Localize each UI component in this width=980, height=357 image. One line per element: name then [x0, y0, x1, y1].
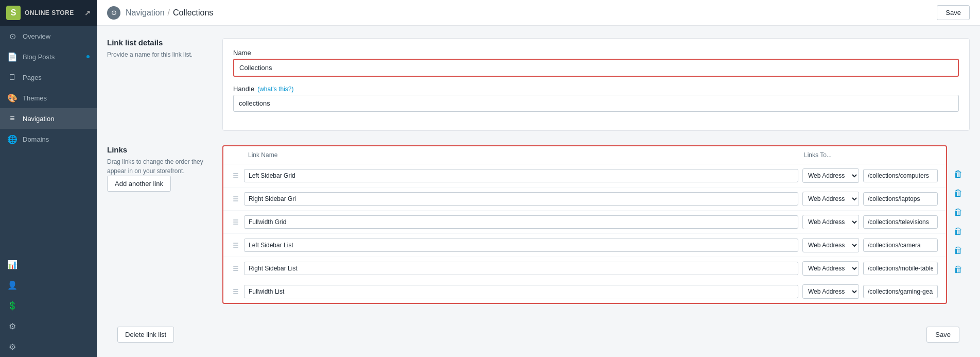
- link-name-input[interactable]: [244, 169, 798, 182]
- shopify-logo: S: [6, 6, 21, 20]
- handle-form-group: Handle (what's this?): [233, 85, 959, 112]
- sidebar-label-themes: Themes: [23, 94, 47, 102]
- sidebar-item-themes[interactable]: 🎨 Themes: [0, 88, 97, 108]
- sidebar-item-blog-posts[interactable]: 📄 Blog Posts: [0, 46, 97, 67]
- add-link-button[interactable]: Add another link: [107, 176, 171, 192]
- navigation-circle-icon: ⊙: [107, 6, 120, 20]
- name-input[interactable]: [233, 59, 959, 77]
- link-name-input[interactable]: [244, 285, 798, 298]
- themes-icon: 🎨: [7, 93, 18, 103]
- link-name-input[interactable]: [244, 262, 798, 275]
- sidebar-item-pages[interactable]: 🗒 Pages: [0, 67, 97, 88]
- marketing-icon: 👤: [7, 280, 18, 290]
- notification-dot: [86, 55, 90, 58]
- drag-handle[interactable]: [232, 243, 240, 248]
- sidebar-item-discounts[interactable]: 💲: [0, 295, 97, 316]
- section-desc: Provide a name for this link list.: [107, 50, 210, 59]
- links-section-title: Links: [107, 145, 210, 154]
- links-card: Link Name Links To... Web Address Col: [222, 145, 947, 304]
- section-title: Link list details: [107, 38, 210, 47]
- name-label: Name: [233, 49, 959, 57]
- settings-icon: ⚙: [7, 342, 18, 352]
- sidebar-label-pages: Pages: [23, 74, 42, 81]
- link-type-select[interactable]: Web Address: [802, 215, 859, 229]
- save-button-bottom[interactable]: Save: [926, 327, 959, 343]
- link-url-input[interactable]: [863, 215, 938, 229]
- handle-whatsthis-link[interactable]: (what's this?): [257, 86, 293, 93]
- drag-handle[interactable]: [232, 266, 240, 271]
- sidebar-item-marketing[interactable]: 👤: [0, 275, 97, 295]
- link-row: Web Address: [223, 188, 946, 211]
- link-url-input[interactable]: [863, 169, 938, 182]
- delete-row-button-3[interactable]: 🗑: [947, 222, 970, 241]
- delete-row-button-0[interactable]: 🗑: [947, 165, 970, 184]
- apps-icon: ⚙: [7, 321, 18, 331]
- link-name-input[interactable]: [244, 215, 798, 229]
- links-description: Links Drag links to change the order the…: [107, 145, 210, 192]
- breadcrumb-current: Collections: [173, 8, 213, 18]
- link-type-select[interactable]: Web Address Collection Product Page: [802, 168, 859, 183]
- sidebar: S ONLINE STORE ↗ ⊙ Overview 📄 Blog Posts…: [0, 0, 97, 357]
- link-list-details-section: Link list details Provide a name for thi…: [107, 38, 970, 131]
- save-button-top[interactable]: Save: [937, 5, 970, 20]
- link-url-input[interactable]: [863, 239, 938, 252]
- delete-row-button-4[interactable]: 🗑: [947, 241, 970, 260]
- link-name-col-header: Link Name: [246, 151, 800, 159]
- sidebar-label-navigation: Navigation: [23, 115, 54, 123]
- section-inner: Link list details Provide a name for thi…: [107, 38, 970, 131]
- handle-label: Handle (what's this?): [233, 85, 959, 93]
- sidebar-item-apps[interactable]: ⚙: [0, 316, 97, 336]
- link-row: Web Address: [223, 234, 946, 257]
- handle-input[interactable]: [233, 95, 959, 112]
- delete-row-button-5[interactable]: 🗑: [947, 260, 970, 279]
- sidebar-item-domains[interactable]: 🌐 Domains: [0, 129, 97, 149]
- link-url-input[interactable]: [863, 262, 938, 275]
- overview-icon: ⊙: [7, 31, 18, 41]
- delete-row-button-1[interactable]: 🗑: [947, 184, 970, 203]
- analytics-icon: 📊: [7, 259, 18, 269]
- pages-icon: 🗒: [7, 72, 18, 82]
- breadcrumb-nav[interactable]: Navigation: [126, 8, 165, 18]
- links-section: Links Drag links to change the order the…: [107, 145, 970, 304]
- delete-link-list-button[interactable]: Delete link list: [117, 327, 174, 343]
- page-header: ⊙ Navigation / Collections Save: [97, 0, 980, 26]
- drag-handle[interactable]: [232, 173, 240, 178]
- drag-handle[interactable]: [232, 219, 240, 225]
- sidebar-item-analytics[interactable]: 📊: [0, 254, 97, 275]
- link-type-select[interactable]: Web Address: [802, 284, 859, 299]
- drag-handle[interactable]: [232, 289, 240, 294]
- drag-handle[interactable]: [232, 196, 240, 201]
- breadcrumb-separator: /: [168, 8, 170, 18]
- link-type-select[interactable]: Web Address: [802, 192, 859, 206]
- link-url-input[interactable]: [863, 192, 938, 206]
- link-list-card: Name Handle (what's this?): [222, 38, 970, 131]
- link-type-select[interactable]: Web Address: [802, 238, 859, 252]
- section-description: Link list details Provide a name for thi…: [107, 38, 210, 131]
- nav-menu: ⊙ Overview 📄 Blog Posts 🗒 Pages 🎨 Themes…: [0, 26, 97, 357]
- sidebar-item-navigation[interactable]: ≡ Navigation: [0, 108, 97, 129]
- links-area: Link Name Links To... Web Address Col: [222, 145, 970, 304]
- external-link-icon[interactable]: ↗: [84, 9, 91, 17]
- link-row: Web Address: [223, 257, 946, 280]
- footer-actions: Delete link list Save: [107, 318, 970, 351]
- sidebar-item-settings[interactable]: ⚙: [0, 336, 97, 357]
- delete-column: 🗑 🗑 🗑 🗑 🗑 🗑: [947, 145, 970, 304]
- navigation-icon: ≡: [7, 113, 18, 124]
- delete-row-button-2[interactable]: 🗑: [947, 203, 970, 222]
- links-layout: Links Drag links to change the order the…: [107, 145, 970, 304]
- link-url-input[interactable]: [863, 285, 938, 298]
- link-row: Web Address Collection Product Page: [223, 164, 946, 188]
- link-row: Web Address: [223, 280, 946, 303]
- links-to-col-header: Links To...: [804, 151, 938, 159]
- link-name-input[interactable]: [244, 239, 798, 252]
- links-table-header: Link Name Links To...: [223, 146, 946, 164]
- store-name: ONLINE STORE: [25, 9, 80, 16]
- top-bar: S ONLINE STORE ↗: [0, 0, 97, 26]
- drag-col-header: [232, 151, 242, 159]
- main-area: ⊙ Navigation / Collections Save Link lis…: [97, 0, 980, 357]
- link-type-select[interactable]: Web Address: [802, 261, 859, 276]
- link-name-input[interactable]: [244, 192, 798, 206]
- sidebar-label-domains: Domains: [23, 135, 49, 143]
- page-content: Link list details Provide a name for thi…: [97, 26, 980, 357]
- sidebar-item-overview[interactable]: ⊙ Overview: [0, 26, 97, 46]
